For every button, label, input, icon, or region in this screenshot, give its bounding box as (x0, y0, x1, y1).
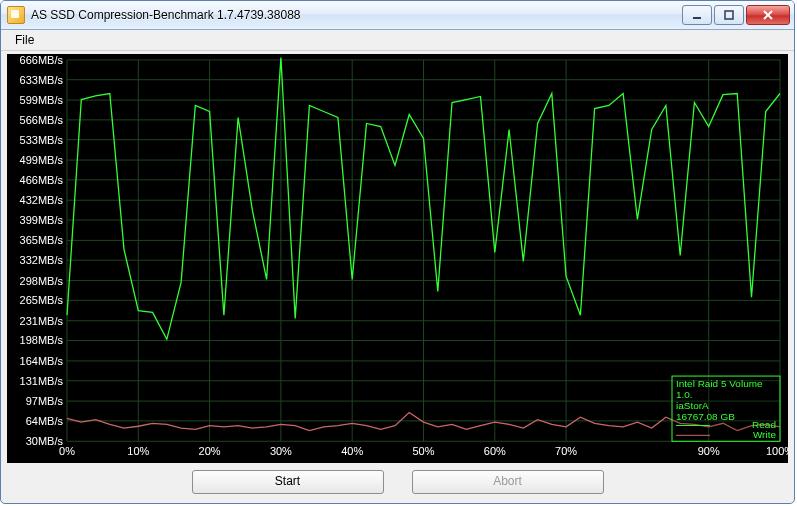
app-icon (7, 6, 25, 24)
menubar: File (1, 30, 794, 51)
x-tick-label: 20% (199, 445, 221, 457)
y-tick-label: 231MB/s (20, 315, 64, 327)
y-tick-label: 399MB/s (20, 214, 64, 226)
app-window: AS SSD Compression-Benchmark 1.7.4739.38… (0, 0, 795, 504)
minimize-button[interactable] (682, 5, 712, 25)
chart: 30MB/s64MB/s97MB/s131MB/s164MB/s198MB/s2… (7, 54, 788, 463)
info-box: Intel Raid 5 Volume1.0.iaStorA16767.08 G… (672, 376, 780, 441)
y-tick-label: 533MB/s (20, 134, 64, 146)
info-line1: Intel Raid 5 Volume (676, 378, 763, 389)
y-tick-label: 599MB/s (20, 94, 64, 106)
y-tick-label: 466MB/s (20, 174, 64, 186)
bottom-bar: Start Abort (1, 465, 794, 503)
y-tick-label: 432MB/s (20, 194, 64, 206)
info-line4: 16767.08 GB (676, 411, 735, 422)
info-line2: 1.0. (676, 389, 693, 400)
y-tick-label: 332MB/s (20, 254, 64, 266)
x-tick-label: 0% (59, 445, 75, 457)
y-tick-label: 164MB/s (20, 355, 64, 367)
x-tick-label: 100% (766, 445, 788, 457)
maximize-button[interactable] (714, 5, 744, 25)
y-tick-label: 30MB/s (26, 435, 64, 447)
window-buttons (682, 5, 790, 25)
window-title: AS SSD Compression-Benchmark 1.7.4739.38… (31, 8, 682, 22)
x-tick-label: 10% (127, 445, 149, 457)
titlebar[interactable]: AS SSD Compression-Benchmark 1.7.4739.38… (1, 1, 794, 30)
svg-rect-0 (693, 17, 701, 19)
y-tick-label: 365MB/s (20, 234, 64, 246)
x-tick-label: 50% (412, 445, 434, 457)
legend-write-label: Write (753, 429, 777, 440)
y-tick-label: 198MB/s (20, 335, 64, 347)
x-tick-label: 70% (555, 445, 577, 457)
x-tick-label: 90% (698, 445, 720, 457)
x-tick-label: 40% (341, 445, 363, 457)
y-tick-label: 633MB/s (20, 74, 64, 86)
x-tick-label: 30% (270, 445, 292, 457)
start-button[interactable]: Start (192, 470, 384, 494)
y-tick-label: 566MB/s (20, 114, 64, 126)
y-tick-label: 97MB/s (26, 395, 64, 407)
info-line3: iaStorA (676, 400, 709, 411)
menu-file[interactable]: File (7, 32, 42, 48)
x-tick-label: 60% (484, 445, 506, 457)
y-tick-label: 64MB/s (26, 415, 64, 427)
svg-rect-1 (725, 11, 733, 19)
abort-button[interactable]: Abort (412, 470, 604, 494)
svg-rect-2 (7, 54, 788, 463)
y-tick-label: 499MB/s (20, 154, 64, 166)
y-tick-label: 666MB/s (20, 54, 64, 66)
y-tick-label: 298MB/s (20, 275, 64, 287)
y-tick-label: 265MB/s (20, 294, 64, 306)
y-tick-label: 131MB/s (20, 375, 64, 387)
close-button[interactable] (746, 5, 790, 25)
